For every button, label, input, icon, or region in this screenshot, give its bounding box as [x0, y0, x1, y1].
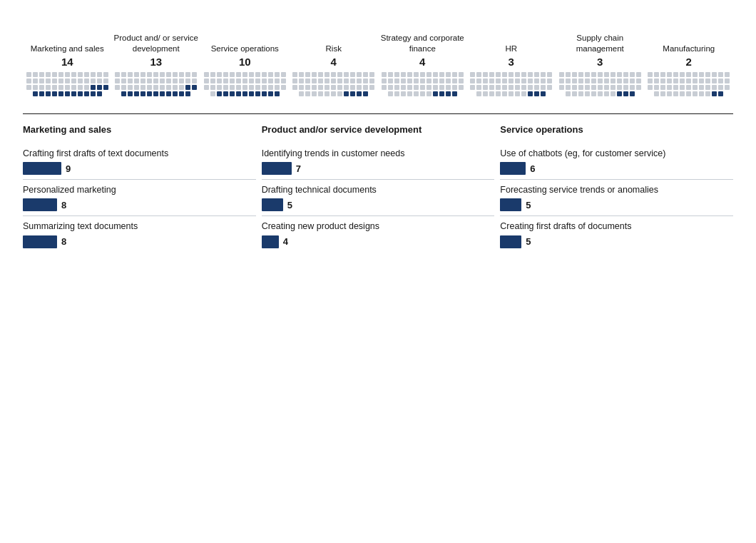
dot: [344, 85, 349, 90]
dot: [394, 78, 399, 83]
dot: [230, 91, 235, 96]
dot: [476, 85, 481, 90]
dot: [394, 91, 399, 96]
dot: [528, 91, 533, 96]
dot: [446, 72, 451, 77]
dot: [357, 91, 362, 96]
dot: [420, 85, 425, 90]
dot: [210, 78, 215, 83]
dot: [275, 85, 280, 90]
dot: [185, 91, 190, 96]
dot: [121, 85, 126, 90]
use-cases-grid: Crafting first drafts of text documents9…: [23, 148, 733, 250]
dot: [217, 78, 222, 83]
use-case-item: Drafting technical documents5: [262, 184, 495, 211]
use-case-item: Creating new product designs4: [262, 220, 495, 248]
use-case-item-label: Use of chatbots (eg, for customer servic…: [500, 148, 733, 159]
use-case-item-label: Crafting first drafts of text documents: [23, 148, 256, 159]
dot: [249, 72, 254, 77]
dot: [217, 72, 222, 77]
dot: [693, 85, 698, 90]
dot: [268, 72, 273, 77]
bar-col-value: 2: [686, 56, 692, 68]
dot: [686, 91, 691, 96]
dot: [91, 78, 96, 83]
dot: [318, 72, 323, 77]
dot: [611, 72, 615, 77]
bar-col-label: Supply chain management: [556, 33, 645, 54]
dot: [559, 85, 564, 90]
dot: [401, 85, 406, 90]
dot: [185, 78, 190, 83]
dot: [141, 91, 145, 96]
dot: [534, 72, 539, 77]
dot: [58, 72, 63, 77]
dot: [591, 72, 596, 77]
dot: [585, 78, 590, 83]
dot: [534, 91, 539, 96]
dot: [521, 91, 526, 96]
dot: [388, 91, 393, 96]
dot: [217, 91, 222, 96]
use-case-bar-row: 8: [23, 235, 256, 248]
dot-grid: [467, 71, 556, 98]
dot: [173, 85, 178, 90]
use-case-item: Use of chatbots (eg, for customer servic…: [500, 148, 733, 175]
dot: [147, 78, 152, 83]
use-case-separator: [262, 179, 495, 180]
dot: [325, 78, 330, 83]
dot: [71, 85, 76, 90]
dot: [173, 72, 178, 77]
dot: [648, 72, 653, 77]
dot: [636, 85, 641, 90]
bar-col-value: 4: [419, 56, 425, 68]
dot: [121, 91, 126, 96]
dot: [476, 91, 481, 96]
dot: [680, 91, 685, 96]
dot: [78, 72, 83, 77]
use-case-col-title: Marketing and sales: [23, 124, 256, 136]
dot: [357, 78, 362, 83]
dot: [121, 72, 126, 77]
dot: [572, 85, 577, 90]
dot: [33, 85, 38, 90]
dot: [407, 78, 412, 83]
dot: [388, 72, 393, 77]
dot: [483, 72, 488, 77]
use-case-bar-row: 6: [500, 162, 733, 175]
dot: [617, 72, 622, 77]
dot: [147, 91, 152, 96]
dot: [223, 78, 228, 83]
dot: [541, 72, 546, 77]
dot: [26, 85, 31, 90]
dot: [426, 85, 431, 90]
dot: [103, 85, 108, 90]
dot: [357, 72, 362, 77]
dot: [39, 91, 44, 96]
dot: [420, 72, 425, 77]
dot: [166, 91, 171, 96]
dot: [502, 72, 507, 77]
bar-col-value: 13: [150, 56, 162, 68]
dot: [52, 78, 57, 83]
dot: [483, 78, 488, 83]
dot: [268, 91, 273, 96]
dot-grid: [556, 71, 645, 98]
dot: [128, 78, 133, 83]
dot: [559, 72, 564, 77]
dot: [693, 78, 698, 83]
dot: [433, 72, 438, 77]
dot: [242, 72, 247, 77]
dot: [331, 91, 336, 96]
dot: [489, 85, 494, 90]
dot: [489, 78, 494, 83]
dot: [566, 72, 571, 77]
dot: [166, 72, 171, 77]
dot: [134, 85, 139, 90]
dot: [521, 72, 526, 77]
dot: [337, 78, 342, 83]
dot: [71, 91, 76, 96]
dot: [230, 85, 235, 90]
dot: [134, 78, 139, 83]
dot: [331, 85, 336, 90]
